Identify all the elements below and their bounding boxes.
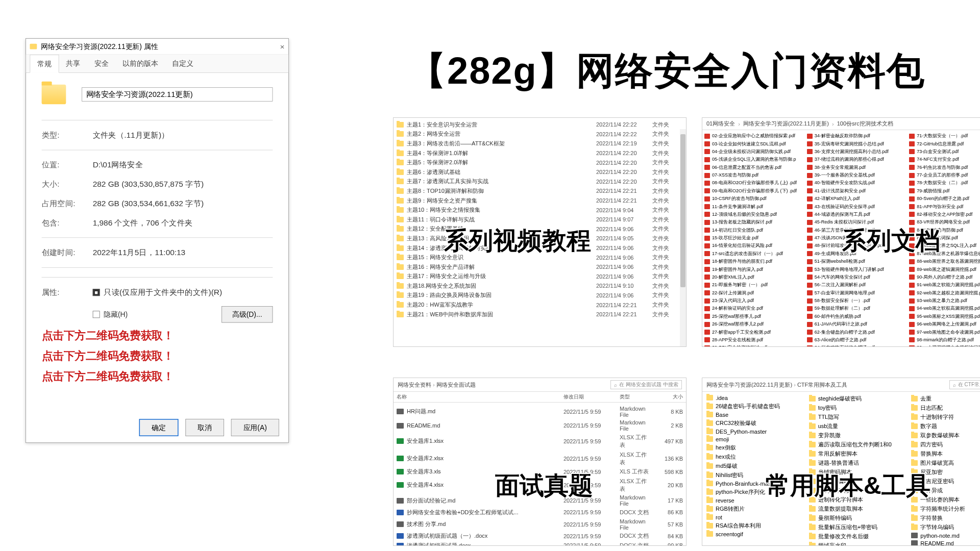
list-item[interactable]: 06-信息泄露之配置不当的危害.pdf: [704, 164, 806, 171]
list-item[interactable]: 安全题库2.xlsx2022/11/5 9:59XLSX 工作表136 KB: [397, 450, 683, 467]
list-item[interactable]: 91-web黑之软能力漏洞挖掘.pdf: [909, 281, 980, 289]
crumb[interactable]: 100份src挖洞技术文档: [837, 120, 893, 128]
list-item[interactable]: 74-NFC支付安全.pdf: [909, 156, 980, 163]
list-item[interactable]: 80-Sven的白帽子之路.pdf: [909, 195, 980, 203]
list-item[interactable]: 03-论企业如何快速建立SDL流程.pdf: [704, 140, 806, 147]
list-item[interactable]: 十进制转字符: [911, 412, 980, 421]
list-item[interactable]: 主题6：渗透测试基础2022/11/4 22:20文件夹: [397, 167, 683, 177]
list-item[interactable]: 13-报告老板之隐藏的探讨.pdf: [704, 218, 806, 226]
breadcrumb[interactable]: 01网络安全›网络安全学习资源(2022.11月更新)›100份src挖洞技术文…: [702, 118, 980, 130]
list-item[interactable]: 28-APP安全在线检测.pdf: [704, 336, 806, 344]
list-item[interactable]: 当铺密码脚本: [809, 467, 906, 477]
list-item[interactable]: 去重: [911, 394, 980, 403]
list-item[interactable]: 主题20：HW蓝军实战教学2022/11/4 22:21文件夹: [397, 300, 683, 310]
list-item[interactable]: 双参数爆破脚本: [911, 431, 980, 440]
list-item[interactable]: md5爆破: [706, 461, 804, 470]
list-item[interactable]: 主题8：TOP10漏洞详解和防御2022/11/4 22:21文件夹: [397, 186, 683, 196]
list-item[interactable]: 技术图 分享.md2022/11/5 9:59Markdown File57 K…: [397, 517, 683, 532]
list-item[interactable]: 14-初访红日安全团队.pdf: [704, 227, 806, 234]
list-item[interactable]: Python-Brainfuck-master: [706, 480, 804, 487]
list-item[interactable]: 流量数据提取脚本: [809, 504, 906, 513]
list-item[interactable]: 82-移动安全之APP加密.pdf: [909, 211, 980, 218]
list-item[interactable]: 71-大数据安全（一）.pdf: [909, 132, 980, 140]
list-item[interactable]: 26-深挖waf那些事儿2.pdf: [704, 320, 806, 328]
list-item[interactable]: 替换脚本: [911, 449, 980, 458]
list-item[interactable]: 安全题库4.xlsx2022/11/5 9:59XLSX 工作表20 KB: [397, 477, 683, 494]
list-item[interactable]: 抄网络安全蓝帝检验+DD安全工程师笔试试...2022/11/5 9:59DOC…: [397, 508, 683, 517]
list-item[interactable]: 23-深入代码注入.pdf: [704, 297, 806, 305]
list-item[interactable]: 73-白盒安全测试.pdf: [909, 148, 980, 156]
crumb[interactable]: 网络安全学习资源(2022.11月更新): [706, 382, 792, 388]
list-item[interactable]: 主题4：等保测评1.0详解2022/11/4 22:20文件夹: [397, 148, 683, 158]
list-item[interactable]: 进制互相转换: [809, 486, 906, 495]
list-item[interactable]: 主题16：网络安全产品详解2022/11/4 9:06文件夹: [397, 262, 683, 272]
list-item[interactable]: 部分面试经验记.md2022/11/5 9:59Markdown File17 …: [397, 494, 683, 508]
list-item[interactable]: 56-二次注入漏洞解析.pdf: [807, 281, 909, 289]
list-item[interactable]: 字节转乌编码: [911, 522, 980, 532]
list-item[interactable]: 渗透测试初级面试题.docx2022/11/5 9:59DOCX 文档99 KB: [397, 541, 683, 546]
list-item[interactable]: 87-web黑世界之机器学爆信息收集.pdf: [909, 250, 980, 258]
list-item[interactable]: 94-web黑之软权高漏洞挖掘.pdf: [909, 305, 980, 312]
list-item[interactable]: 主题7：渗透测试工具实操与实战2022/11/4 22:20文件夹: [397, 177, 683, 187]
crumb[interactable]: 网络安全资料: [398, 382, 431, 388]
list-item[interactable]: 谜题-替换普通话: [809, 458, 906, 467]
list-item[interactable]: 15-吹尽狂沙始见金.pdf: [704, 234, 806, 242]
list-item[interactable]: 72-GitHub信息泄露.pdf: [909, 140, 980, 147]
hidden-checkbox[interactable]: [93, 311, 100, 318]
list-item[interactable]: 79-威胁情报.pdf: [909, 187, 980, 195]
list-item[interactable]: reverse: [706, 496, 804, 504]
list-item[interactable]: 变异凯撒: [809, 431, 906, 440]
list-item[interactable]: 08-电商和O2O行业诈骗那些事儿 (上) .pdf: [704, 179, 806, 187]
list-item[interactable]: 25-深挖waf那些事儿.pdf: [704, 313, 806, 320]
list-item[interactable]: 95-web黑标之XSS漏洞挖掘.pdf: [909, 313, 980, 320]
list-item[interactable]: 98-mimark的白帽子之路.pdf: [909, 336, 980, 344]
crumb[interactable]: 网络安全学习资源(2022.11月更新): [743, 120, 829, 128]
crumb[interactable]: 网络安全面试题: [436, 382, 476, 388]
list-item[interactable]: 日志匹配: [911, 403, 980, 412]
list-item[interactable]: 主题15：网络安全意识2022/11/4 9:06文件夹: [397, 253, 683, 262]
list-item[interactable]: 读取gbk编码: [809, 477, 906, 486]
list-item[interactable]: 22-探讨上传漏洞.pdf: [704, 289, 806, 297]
list-item[interactable]: README.md: [911, 539, 980, 546]
list-item[interactable]: 11-条件竞争漏洞详解.pdf: [704, 203, 806, 210]
list-item[interactable]: 图片爆破宽高: [911, 458, 980, 467]
list-item[interactable]: 16-情景化短信后验证风险.pdf: [704, 242, 806, 249]
list-item[interactable]: 尼亚加密: [911, 467, 980, 477]
list-item[interactable]: 59-数据处理解析（二）.pdf: [807, 305, 909, 312]
list-item[interactable]: 84-APT攻击与防御.pdf: [909, 227, 980, 234]
readonly-checkbox[interactable]: ■: [93, 289, 100, 296]
list-item[interactable]: 主题10：网络安全之情报搜集2022/11/4 9:04文件夹: [397, 205, 683, 215]
list-item[interactable]: 20-解密XML注入.pdf: [704, 273, 806, 281]
list-item[interactable]: 93-web黑之暴力之路.pdf: [909, 297, 980, 305]
tab-1[interactable]: 共享: [59, 55, 87, 72]
list-item[interactable]: 46-第三方登录的风险探讨.pdf: [807, 227, 909, 234]
advanced-button[interactable]: 高级(D)...: [222, 306, 273, 322]
list-item[interactable]: 曼彻斯特编码: [809, 513, 906, 522]
list-item[interactable]: 90-局外人的白帽子之路.pdf: [909, 273, 980, 281]
list-item[interactable]: 58-数据安全探析（一）.pdf: [807, 297, 909, 305]
list-item[interactable]: 39-一个服务器的安全基线.pdf: [807, 171, 909, 179]
list-item[interactable]: 47-浅谈JSON风险.pdf: [807, 234, 909, 242]
list-item[interactable]: 频域盲水印: [809, 541, 906, 546]
list-item[interactable]: 主题3：网络攻击前沿——ATT&CK框架2022/11/4 22:19文件夹: [397, 139, 683, 148]
list-item[interactable]: 12-顶级域名后缀的安全隐患.pdf: [704, 211, 806, 218]
list-item[interactable]: 07-XSS攻击与防御.pdf: [704, 171, 806, 179]
list-item[interactable]: 27-解密app千工安全检测.pdf: [704, 328, 806, 336]
list-item[interactable]: rot: [706, 513, 804, 521]
list-item[interactable]: 43-在线验证码的安全探寻.pdf: [807, 203, 909, 210]
list-item[interactable]: 主题12：安全配置基线2022/11/4 9:06文件夹: [397, 224, 683, 234]
list-item[interactable]: toy密码: [809, 403, 906, 412]
ok-button[interactable]: 确定: [139, 419, 179, 436]
tab-0[interactable]: 常规: [30, 55, 59, 72]
list-item[interactable]: 常用反解密脚本: [809, 449, 906, 458]
list-item[interactable]: 主题21：WEB中间件和数据库加固2022/11/4 22:21文件夹: [397, 310, 683, 319]
cancel-button[interactable]: 取消: [185, 419, 224, 436]
search-input[interactable]: ⌕ 在 CTF常用脚本及工: [949, 380, 980, 389]
list-item[interactable]: 字符替换: [911, 513, 980, 522]
list-item[interactable]: hex倒叙: [706, 443, 804, 452]
list-item[interactable]: 42-详解XPath注入.pdf: [807, 195, 909, 203]
list-item[interactable]: 维吉尼亚密码: [911, 477, 980, 486]
folder-name-input[interactable]: [82, 87, 273, 102]
list-item[interactable]: 36-支撑支付漏洞挖掘高利小总结.pdf: [807, 148, 909, 156]
list-item[interactable]: 44-域渗透的探测与工具.pdf: [807, 211, 909, 218]
